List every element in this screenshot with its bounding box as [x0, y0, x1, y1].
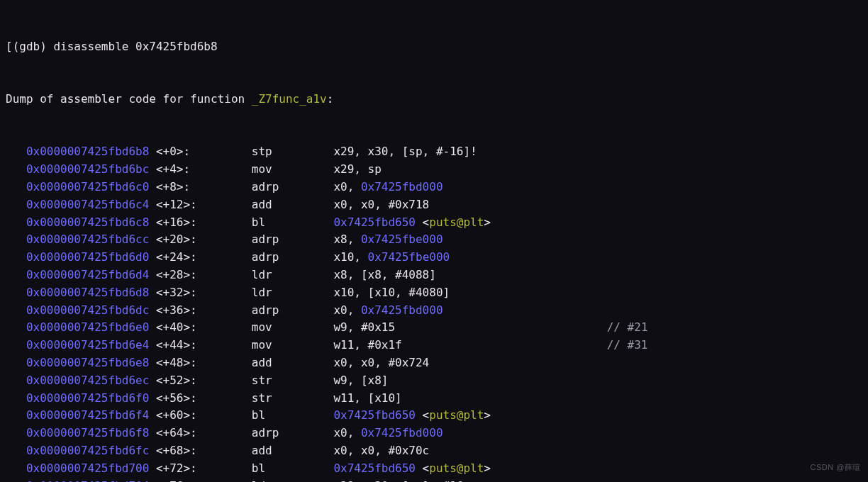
- operand-text: x0,: [333, 180, 361, 194]
- instruction-address: 0x0000007425fbd6f8: [26, 426, 149, 439]
- mnemonic: adrp: [252, 231, 334, 249]
- instruction-offset: <+68>:: [156, 442, 252, 460]
- instruction-address: 0x0000007425fbd6cc: [26, 232, 149, 246]
- instruction-address: 0x0000007425fbd6b8: [26, 145, 149, 158]
- operand-text: x0, x0, #0x70c: [333, 444, 429, 457]
- disassembly-row: 0x0000007425fbd6e0 <+40>: mov w9, #0x15 …: [6, 319, 862, 337]
- instruction-address: 0x0000007425fbd6c8: [26, 215, 149, 229]
- mnemonic: adrp: [252, 179, 334, 196]
- operand-text: x0, x0, #0x724: [333, 356, 429, 369]
- instruction-address: 0x0000007425fbd6f0: [26, 391, 149, 405]
- gdb-command: disassemble 0x7425fbd6b8: [53, 40, 217, 53]
- instruction-address: 0x0000007425fbd6e0: [26, 320, 149, 334]
- operand-text: x29, x30, [sp], #16: [333, 479, 463, 482]
- asm-comment: // #21: [607, 320, 648, 334]
- disassembly-row: 0x0000007425fbd6cc <+20>: adrp x8, 0x742…: [6, 231, 862, 249]
- operand-text: >: [484, 408, 491, 422]
- disassembly-row: 0x0000007425fbd6f8 <+64>: adrp x0, 0x742…: [6, 425, 862, 442]
- instruction-address: 0x0000007425fbd6bc: [26, 162, 149, 176]
- instruction-offset: <+32>:: [156, 284, 252, 302]
- instruction-address: 0x0000007425fbd6f4: [26, 408, 149, 422]
- symbol-reference: puts@plt: [429, 461, 484, 475]
- instruction-offset: <+24>:: [156, 249, 252, 267]
- address-reference: 0x7425fbe000: [368, 250, 450, 264]
- instruction-address: 0x0000007425fbd6d4: [26, 268, 149, 281]
- disassembly-row: 0x0000007425fbd6e4 <+44>: mov w11, #0x1f…: [6, 337, 862, 354]
- disassembly-row: 0x0000007425fbd6d4 <+28>: ldr x8, [x8, #…: [6, 267, 862, 284]
- address-reference: 0x7425fbe000: [361, 232, 443, 246]
- operand-text: x10,: [333, 250, 367, 264]
- mnemonic: adrp: [252, 249, 334, 267]
- instruction-offset: <+56>:: [156, 390, 252, 408]
- instruction-address: 0x0000007425fbd6dc: [26, 303, 149, 317]
- address-reference: 0x7425fbd000: [361, 426, 443, 439]
- prompt-bracket: [: [6, 40, 13, 53]
- operand-text: x8, [x8, #4088]: [333, 268, 436, 281]
- disassembly-row: 0x0000007425fbd6e8 <+48>: add x0, x0, #0…: [6, 354, 862, 372]
- gdb-prompt-row: [(gdb) disassemble 0x7425fbd6b8: [6, 38, 862, 56]
- disassembly-list: 0x0000007425fbd6b8 <+0>: stp x29, x30, […: [6, 143, 862, 482]
- instruction-offset: <+8>:: [156, 179, 252, 196]
- disassembly-row: 0x0000007425fbd6c8 <+16>: bl 0x7425fbd65…: [6, 214, 862, 232]
- symbol-reference: puts@plt: [429, 215, 484, 229]
- instruction-offset: <+36>:: [156, 302, 252, 320]
- mnemonic: adrp: [252, 425, 334, 442]
- disassembly-row: 0x0000007425fbd6d8 <+32>: ldr x10, [x10,…: [6, 284, 862, 302]
- disassembly-row: 0x0000007425fbd6b8 <+0>: stp x29, x30, […: [6, 143, 862, 161]
- disassembly-row: 0x0000007425fbd6d0 <+24>: adrp x10, 0x74…: [6, 249, 862, 267]
- mnemonic: bl: [252, 407, 334, 425]
- operand-text: <: [416, 215, 429, 229]
- watermark: CSDN @薛瑄: [811, 461, 861, 473]
- instruction-offset: <+16>:: [156, 214, 252, 232]
- instruction-offset: <+4>:: [156, 161, 252, 179]
- mnemonic: stp: [252, 143, 334, 161]
- disassembly-row: 0x0000007425fbd700 <+72>: bl 0x7425fbd65…: [6, 460, 862, 478]
- operand-text: w9, #0x15: [333, 320, 395, 334]
- instruction-offset: <+52>:: [156, 372, 252, 390]
- mnemonic: mov: [252, 161, 334, 179]
- instruction-offset: <+60>:: [156, 407, 252, 425]
- asm-comment: // #31: [607, 338, 648, 352]
- disassembly-row: 0x0000007425fbd704 <+76>: ldp x29, x30, …: [6, 478, 862, 482]
- mnemonic: ldp: [252, 478, 334, 482]
- operand-text: >: [484, 461, 491, 475]
- instruction-address: 0x0000007425fbd6e4: [26, 338, 149, 352]
- instruction-address: 0x0000007425fbd6ec: [26, 374, 149, 387]
- address-reference: 0x7425fbd650: [333, 215, 416, 229]
- operand-text: w9, [x8]: [333, 374, 388, 387]
- instruction-address: 0x0000007425fbd6c0: [26, 180, 149, 194]
- address-reference: 0x7425fbd650: [333, 408, 416, 422]
- operand-text: x29, x30, [sp, #-16]!: [333, 145, 477, 158]
- address-reference: 0x7425fbd000: [361, 180, 443, 194]
- disassembly-row: 0x0000007425fbd6fc <+68>: add x0, x0, #0…: [6, 442, 862, 460]
- gdb-prompt: (gdb): [13, 40, 54, 53]
- instruction-offset: <+28>:: [156, 267, 252, 284]
- operand-text: >: [484, 215, 491, 229]
- operand-text: x8,: [333, 232, 361, 246]
- instruction-address: 0x0000007425fbd6c4: [26, 198, 149, 211]
- instruction-address: 0x0000007425fbd6d0: [26, 250, 149, 264]
- dump-header-suffix: :: [327, 92, 334, 106]
- mnemonic: add: [252, 196, 334, 214]
- operand-text: x0, x0, #0x718: [333, 198, 429, 211]
- address-reference: 0x7425fbd000: [361, 303, 443, 317]
- disassembly-row: 0x0000007425fbd6dc <+36>: adrp x0, 0x742…: [6, 302, 862, 320]
- mnemonic: add: [252, 442, 334, 460]
- instruction-address: 0x0000007425fbd6d8: [26, 286, 149, 299]
- mnemonic: bl: [252, 214, 334, 232]
- instruction-offset: <+76>:: [156, 478, 252, 482]
- dump-header-prefix: Dump of assembler code for function: [6, 92, 252, 106]
- instruction-offset: <+0>:: [156, 143, 252, 161]
- instruction-address: 0x0000007425fbd6fc: [26, 444, 149, 457]
- operand-text: x10, [x10, #4080]: [333, 286, 450, 299]
- operand-text: <: [416, 408, 429, 422]
- instruction-offset: <+20>:: [156, 231, 252, 249]
- instruction-offset: <+40>:: [156, 319, 252, 337]
- operand-text: x0,: [333, 303, 361, 317]
- symbol-reference: puts@plt: [429, 408, 484, 422]
- mnemonic: mov: [252, 319, 334, 337]
- instruction-offset: <+48>:: [156, 354, 252, 372]
- disassembly-row: 0x0000007425fbd6f4 <+60>: bl 0x7425fbd65…: [6, 407, 862, 425]
- instruction-offset: <+64>:: [156, 425, 252, 442]
- operand-text: w11, [x10]: [333, 391, 401, 405]
